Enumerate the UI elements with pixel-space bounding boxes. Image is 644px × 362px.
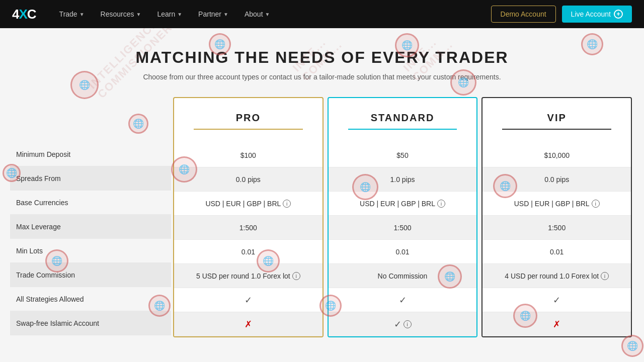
nav-resources[interactable]: Resources ▼ [94, 6, 148, 22]
info-icon[interactable]: i [404, 320, 412, 328]
cross-icon: ✗ [553, 319, 560, 330]
labels-column: Minimum Deposit Spreads From Base Curren… [10, 97, 171, 337]
standard-strategies: ✓ [329, 288, 477, 312]
nav-partner-label: Partner [198, 10, 221, 18]
label-minimum-deposit: Minimum Deposit [10, 142, 171, 166]
nav-about[interactable]: About ▼ [237, 6, 277, 22]
plan-vip-header: VIP [482, 98, 631, 143]
standard-min-deposit: $50 [329, 143, 477, 167]
nav-actions: Demo Account Live Account + [491, 6, 632, 23]
vip-min-deposit: $10,000 [482, 143, 631, 167]
nav-resources-label: Resources [101, 10, 134, 18]
pro-strategies: ✓ [174, 288, 323, 312]
chevron-down-icon: ▼ [223, 12, 228, 17]
nav-about-label: About [245, 10, 263, 18]
check-icon: ✓ [245, 295, 252, 306]
info-icon[interactable]: i [437, 200, 445, 208]
plus-icon: + [614, 10, 623, 19]
page-title: MATCHING THE NEEDS OF EVERY TRADER [10, 48, 634, 67]
check-icon: ✓ [399, 295, 407, 306]
page-subtitle: Choose from our three account types or c… [10, 73, 634, 81]
label-base-currencies: Base Currencies [10, 191, 171, 215]
label-header-spacer [10, 97, 171, 142]
info-icon[interactable]: i [292, 272, 300, 280]
plan-vip-divider [502, 129, 611, 130]
pro-min-deposit: $100 [174, 143, 323, 167]
label-spreads-from: Spreads From [10, 166, 171, 191]
plan-standard-divider [348, 129, 457, 130]
info-icon[interactable]: i [592, 200, 600, 208]
plan-pro: PRO $100 0.0 pips USD | EUR | GBP | BRL … [173, 97, 324, 337]
plan-pro-name: PRO [236, 112, 261, 124]
standard-islamic: ✓ i [329, 312, 477, 336]
demo-account-button[interactable]: Demo Account [491, 6, 556, 23]
chevron-down-icon: ▼ [136, 12, 141, 17]
cross-icon: ✗ [245, 319, 252, 330]
logo[interactable]: 4XC [12, 7, 36, 22]
nav-trade[interactable]: Trade ▼ [52, 6, 92, 22]
vip-spreads: 0.0 pips [482, 167, 631, 192]
chevron-down-icon: ▼ [177, 12, 182, 17]
vip-base-currencies: USD | EUR | GBP | BRL i [482, 192, 631, 216]
plan-pro-header: PRO [174, 98, 323, 143]
plan-standard: STANDARD $50 1.0 pips USD | EUR | GBP | … [328, 97, 478, 337]
pro-islamic: ✗ [174, 312, 323, 336]
vip-commission: 4 USD per round 1.0 Forex lot i [482, 264, 631, 288]
label-swap-free: Swap-free Islamic Account [10, 311, 171, 335]
nav-partner[interactable]: Partner ▼ [191, 6, 235, 22]
chevron-down-icon: ▼ [265, 12, 270, 17]
nav-links: Trade ▼ Resources ▼ Learn ▼ Partner ▼ Ab… [52, 6, 491, 22]
globe-watermark: 🌐 [621, 335, 643, 357]
pro-base-currencies: USD | EUR | GBP | BRL i [174, 192, 323, 216]
vip-islamic: ✗ [482, 312, 631, 336]
label-all-strategies: All Strategies Allowed [10, 287, 171, 311]
vip-max-leverage: 1:500 [482, 216, 631, 240]
plan-standard-header: STANDARD [329, 98, 477, 143]
standard-min-lots: 0.01 [329, 240, 477, 264]
plan-pro-divider [194, 129, 303, 130]
standard-spreads: 1.0 pips [329, 167, 477, 192]
chevron-down-icon: ▼ [79, 12, 85, 17]
navbar: 4XC Trade ▼ Resources ▼ Learn ▼ Partner … [0, 0, 644, 28]
check-icon: ✓ [394, 319, 401, 330]
nav-learn-label: Learn [157, 10, 175, 18]
plan-standard-name: STANDARD [371, 112, 435, 124]
vip-strategies: ✓ [482, 288, 631, 312]
plan-vip: VIP $10,000 0.0 pips USD | EUR | GBP | B… [481, 97, 632, 337]
pro-spreads: 0.0 pips [174, 167, 323, 192]
pro-max-leverage: 1:500 [174, 216, 323, 240]
label-min-lots: Min Lots [10, 239, 171, 263]
main-content: 🌐 🌐 🌐 🌐 🌐 🌐 🌐 🌐 🌐 🌐 🌐 🌐 🌐 🌐 🌐 🌐 🌐 🌐 INTE… [0, 28, 644, 362]
label-trade-commission: Trade Commission [10, 263, 171, 287]
live-account-button[interactable]: Live Account + [562, 6, 632, 23]
pro-commission: 5 USD per round 1.0 Forex lot i [174, 264, 323, 288]
comparison-table: Minimum Deposit Spreads From Base Curren… [10, 97, 634, 337]
nav-trade-label: Trade [59, 10, 77, 18]
vip-min-lots: 0.01 [482, 240, 631, 264]
live-account-label: Live Account [571, 10, 611, 18]
info-icon[interactable]: i [283, 200, 291, 208]
pro-min-lots: 0.01 [174, 240, 323, 264]
check-icon: ✓ [553, 295, 560, 306]
info-icon[interactable]: i [601, 272, 609, 280]
standard-commission: No Commission [329, 264, 477, 288]
label-max-leverage: Max Leverage [10, 215, 171, 239]
nav-learn[interactable]: Learn ▼ [150, 6, 189, 22]
standard-base-currencies: USD | EUR | GBP | BRL i [329, 192, 477, 216]
plan-vip-name: VIP [547, 112, 567, 124]
standard-max-leverage: 1:500 [329, 216, 477, 240]
